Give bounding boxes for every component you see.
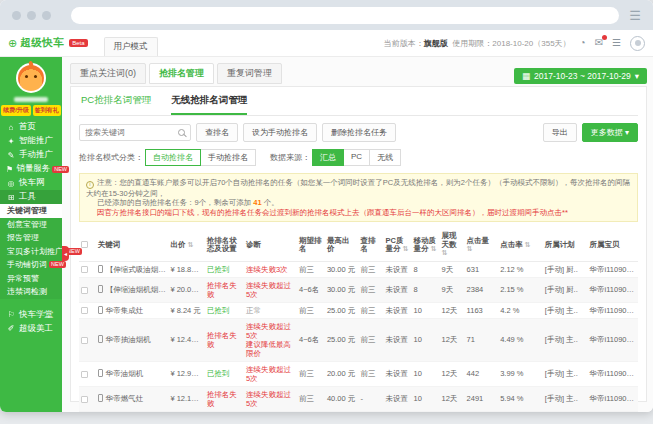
sidebar-item-快车学堂[interactable]: ⚐快车学堂 [0, 308, 62, 322]
sidebar-subitem-创意宝管理[interactable]: 创意宝管理 [0, 218, 62, 232]
cell-kw: 【伸缩式吸油烟机】 [96, 261, 169, 277]
window-dot-2[interactable] [27, 11, 36, 20]
diagnosis-text: 连续失败超过5次 [246, 281, 291, 299]
cell-rank_check[interactable]: 前三 [358, 261, 383, 277]
filter-option-自动抢排名[interactable]: 自动抢排名 [145, 149, 201, 166]
toolbar-button-查排名[interactable]: 查排名 [196, 123, 238, 142]
tab-重复词管理[interactable]: 重复词管理 [217, 63, 282, 84]
sidebar-subitem-报告管理[interactable]: 报告管理 [0, 231, 62, 245]
window-dot-3[interactable] [42, 11, 51, 20]
sort-icon[interactable]: ⇅ [185, 241, 193, 248]
cell-expect: 4~6名 [297, 277, 325, 302]
table-row: 华帝燃气灶¥ 12.16 元抢排名失败连续失败超过5次前三40.00 元-未设置… [79, 386, 638, 411]
net-icon: ◎ [6, 179, 16, 188]
cell-status[interactable]: 已抢到 [205, 361, 244, 386]
cell-max_bid: 30.00 元 [325, 277, 359, 302]
cell-status[interactable]: 抢排名失败 [205, 277, 244, 302]
column-header-点击率[interactable]: 点击率 ⇅ [498, 229, 543, 261]
table-row: 【油烟机套装】¥ 8.33 元已抢到正常4~6名-前三未设置69天1251.08… [79, 411, 638, 412]
sort-icon[interactable]: ⇅ [429, 245, 437, 252]
remaining-count: 41 [253, 198, 261, 207]
sidebar-subitem-手动铺切词[interactable]: 手动铺切词NEW [0, 258, 62, 272]
column-header-PC质量分[interactable]: PC质量分 ⇅ [384, 229, 412, 261]
cell-rank_check[interactable]: - [358, 386, 383, 411]
cell-rank_check[interactable]: 前三 [358, 411, 383, 412]
search-input[interactable] [85, 128, 178, 137]
subtab-无线抢排名词管理[interactable]: 无线抢排名词管理 [171, 94, 247, 115]
search-icon[interactable] [178, 129, 185, 136]
cell-status[interactable]: 抢排名失败 [205, 318, 244, 361]
cell-rank_check[interactable]: 前三 [358, 277, 383, 302]
cell-status[interactable]: 抢排名失败 [205, 386, 244, 411]
sidebar-subitem-宝贝多计划推广[interactable]: 宝贝多计划推广NEW [0, 245, 62, 259]
subtab-PC抢排名词管理[interactable]: PC抢排名词管理 [81, 94, 151, 115]
tab-抢排名管理[interactable]: 抢排名管理 [149, 63, 214, 84]
cell-max_bid: 20.00 元 [325, 361, 359, 386]
cell-mobile_score: 10 [412, 386, 440, 411]
browser-menu-icon[interactable]: ☰ [629, 9, 641, 22]
sidebar-subitem-异常预警[interactable]: 异常预警 [0, 272, 62, 286]
sidebar-item-手动推广[interactable]: ✎手动推广 [0, 148, 62, 162]
sidebar-action-button[interactable]: 签到有礼 [33, 105, 61, 116]
clock-icon[interactable]: ◔ [580, 38, 586, 48]
filter-option-无线[interactable]: 无线 [369, 149, 401, 166]
version-info: 当前版本：旗舰版 使用期限：2018-10-20（355天） [384, 38, 571, 49]
tab-重点关注词(0)[interactable]: 重点关注词(0) [70, 63, 146, 84]
sidebar-item-首页[interactable]: ⌂首页 [0, 120, 62, 134]
sidebar-item-快车网[interactable]: ◎快车网 [0, 176, 62, 190]
window-dot-1[interactable] [12, 11, 21, 20]
sidebar-subitem-违禁词检测[interactable]: 违禁词检测 [0, 285, 62, 299]
filter-option-手动抢排名[interactable]: 手动抢排名 [200, 149, 256, 166]
column-header-移动质量分[interactable]: 移动质量分 ⇅ [412, 229, 440, 261]
cell-rank_check[interactable]: 前三 [358, 361, 383, 386]
user-avatar-icon[interactable] [630, 36, 645, 51]
cell-pc_score: 未设置 [384, 386, 412, 411]
sort-icon[interactable]: ⇅ [401, 245, 409, 252]
row-checkbox[interactable] [81, 266, 88, 273]
row-checkbox[interactable] [81, 287, 88, 294]
sort-icon[interactable]: ⇅ [523, 241, 531, 248]
tab-user-mode[interactable]: 用户模式 [104, 37, 158, 56]
table-row: 华帝抽油烟机¥ 12.43 元抢排名失败连续失败超过5次建议降低最高限价4~6名… [79, 318, 638, 361]
smart-icon: ✦ [6, 137, 16, 146]
tabs: 重点关注词(0)抢排名管理重复词管理 [70, 63, 285, 84]
column-header-出价[interactable]: 出价 ⇅ [168, 229, 204, 261]
cell-mobile_score: 10 [412, 302, 440, 318]
sidebar-subitem-关键词管理[interactable]: 关键词管理 [0, 204, 62, 218]
column-header-点击量[interactable]: 点击量 ⇅ [465, 229, 499, 261]
row-checkbox[interactable] [81, 396, 88, 403]
url-bar[interactable] [71, 7, 619, 24]
more-data-button[interactable]: 更多数据 ▾ [582, 123, 638, 142]
sidebar-submenu: 关键词管理创意宝管理报告管理宝贝多计划推广NEW手动铺切词NEW异常预警违禁词检… [0, 204, 62, 299]
cell-status[interactable]: 已抢到 [205, 261, 244, 277]
toolbar-button-删除抢排名任务[interactable]: 删除抢排名任务 [322, 123, 396, 142]
column-label: 点击量 [467, 236, 490, 245]
cell-rank_check[interactable]: 前三 [358, 302, 383, 318]
toolbar-button-设为手动抢排名[interactable]: 设为手动抢排名 [243, 123, 317, 142]
export-button[interactable]: 导出 [543, 123, 577, 142]
sidebar-item-销量服务[interactable]: ⚑销量服务NEW [0, 162, 62, 176]
sidebar-item-工具[interactable]: ⊞工具 [0, 190, 62, 204]
row-checkbox[interactable] [81, 371, 88, 378]
sort-icon[interactable]: ⇅ [441, 249, 447, 256]
sidebar-item-超级美工[interactable]: ✐超级美工 [0, 322, 62, 336]
row-checkbox[interactable] [81, 337, 88, 344]
column-header-展现天数[interactable]: 展现天数 ⇅ [439, 229, 464, 261]
hamburger-menu-icon[interactable]: ☰ [612, 38, 621, 48]
sidebar-collapse-handle[interactable]: ◂ [62, 246, 69, 261]
cell-rank_check[interactable]: 前三 [358, 318, 383, 361]
mail-icon[interactable]: ✉ [595, 38, 603, 48]
filter-option-汇总[interactable]: 汇总 [312, 149, 344, 166]
sidebar-item-智能推广[interactable]: ✦智能推广 [0, 134, 62, 148]
cell-status[interactable]: 已抢到 [205, 411, 244, 412]
sort-icon[interactable]: ⇅ [467, 245, 473, 252]
mascot-avatar[interactable] [16, 63, 46, 93]
sidebar-action-button[interactable]: 续费/升级 [1, 105, 31, 116]
date-range-picker[interactable]: ▦ 2017-10-23 ~ 2017-10-29 ▾ [514, 68, 647, 84]
select-all-checkbox[interactable] [81, 241, 88, 248]
cell-status[interactable]: 已抢到 [205, 302, 244, 318]
row-checkbox[interactable] [81, 307, 88, 314]
cell-diag: 连续失败3次 [244, 261, 297, 277]
diagnosis-text: 连续失败超过5次 [246, 322, 291, 340]
filter-option-PC[interactable]: PC [343, 149, 370, 166]
